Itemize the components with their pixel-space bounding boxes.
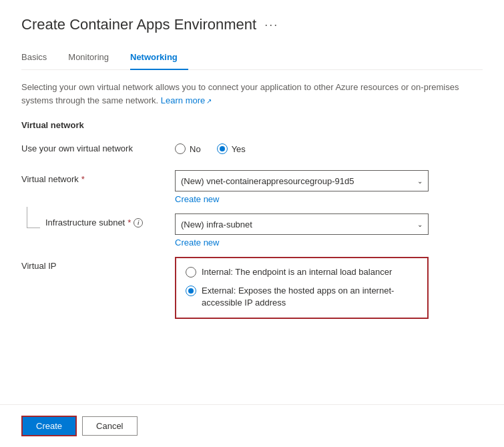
- tabs-bar: Basics Monitoring Networking: [21, 47, 483, 70]
- external-link-icon: ↗: [206, 96, 212, 106]
- tab-basics[interactable]: Basics: [21, 47, 57, 70]
- virtual-ip-external-radio[interactable]: [186, 286, 196, 296]
- virtual-network-label: Virtual network *: [21, 170, 175, 184]
- use-own-vnet-label: Use your own virtual network: [21, 139, 175, 153]
- virtual-ip-internal-radio[interactable]: [186, 267, 196, 278]
- page-title: Create Container Apps Environment: [21, 16, 256, 33]
- description-text: Selecting your own virtual network allow…: [21, 82, 459, 105]
- footer: Create Cancel: [0, 404, 504, 447]
- virtual-ip-external-option[interactable]: External: Exposes the hosted apps on an …: [186, 285, 418, 309]
- virtual-network-control: (New) vnet-containerappresourcegroup-91d…: [175, 170, 483, 204]
- virtual-network-row: Virtual network * (New) vnet-containerap…: [21, 170, 483, 204]
- infrastructure-subnet-required: *: [128, 217, 131, 228]
- cancel-button[interactable]: Cancel: [82, 416, 137, 436]
- virtual-network-chevron-icon: ⌄: [417, 177, 423, 185]
- virtual-network-section: Virtual network Use your own virtual net…: [21, 120, 483, 319]
- infrastructure-subnet-value: (New) infra-subnet: [181, 219, 252, 230]
- use-own-vnet-yes-option[interactable]: Yes: [217, 143, 246, 154]
- create-button[interactable]: Create: [21, 416, 77, 436]
- virtual-ip-options-box: Internal: The endpoint is an internal lo…: [175, 257, 429, 319]
- section-title: Virtual network: [21, 120, 483, 130]
- learn-more-link[interactable]: Learn more↗: [161, 95, 212, 105]
- indent-connector: [27, 207, 40, 228]
- use-own-vnet-yes-label: Yes: [232, 144, 246, 154]
- use-own-vnet-radio-group: No Yes: [175, 139, 483, 154]
- use-own-vnet-no-label: No: [190, 144, 201, 154]
- virtual-network-value: (New) vnet-containerappresourcegroup-91d…: [181, 176, 354, 186]
- virtual-ip-internal-option[interactable]: Internal: The endpoint is an internal lo…: [186, 266, 418, 278]
- infrastructure-subnet-chevron-icon: ⌄: [417, 221, 423, 228]
- page-wrapper: Create Container Apps Environment ··· Ba…: [0, 0, 504, 447]
- virtual-network-required: *: [81, 174, 85, 184]
- virtual-ip-internal-label: Internal: The endpoint is an internal lo…: [202, 266, 392, 278]
- infrastructure-subnet-create-new-link[interactable]: Create new: [175, 238, 483, 248]
- infrastructure-subnet-control: (New) infra-subnet ⌄ Create new: [175, 213, 483, 248]
- use-own-vnet-control: No Yes: [175, 139, 483, 154]
- ellipsis-menu-icon[interactable]: ···: [264, 18, 278, 32]
- tab-monitoring[interactable]: Monitoring: [68, 47, 119, 70]
- infrastructure-subnet-info-icon[interactable]: i: [134, 218, 143, 228]
- use-own-vnet-no-option[interactable]: No: [175, 143, 201, 154]
- use-own-vnet-no-radio[interactable]: [175, 143, 186, 154]
- infra-subnet-label-area: Infrastructure subnet * i: [21, 213, 175, 228]
- main-content: Create Container Apps Environment ··· Ba…: [0, 0, 504, 404]
- infrastructure-subnet-row: Infrastructure subnet * i (New) infra-su…: [21, 213, 483, 248]
- infrastructure-subnet-label: Infrastructure subnet * i: [45, 217, 143, 228]
- virtual-ip-label: Virtual IP: [21, 257, 175, 271]
- virtual-ip-control: Internal: The endpoint is an internal lo…: [175, 257, 483, 319]
- infrastructure-subnet-dropdown[interactable]: (New) infra-subnet ⌄: [175, 213, 429, 235]
- virtual-network-create-new-link[interactable]: Create new: [175, 194, 483, 204]
- page-description: Selecting your own virtual network allow…: [21, 81, 475, 107]
- page-title-row: Create Container Apps Environment ···: [21, 16, 483, 33]
- virtual-network-dropdown[interactable]: (New) vnet-containerappresourcegroup-91d…: [175, 170, 429, 191]
- virtual-ip-row: Virtual IP Internal: The endpoint is an …: [21, 257, 483, 319]
- use-own-vnet-yes-radio[interactable]: [217, 143, 228, 154]
- tab-networking[interactable]: Networking: [130, 47, 188, 70]
- virtual-ip-external-label: External: Exposes the hosted apps on an …: [202, 285, 418, 309]
- use-own-vnet-row: Use your own virtual network No Yes: [21, 139, 483, 161]
